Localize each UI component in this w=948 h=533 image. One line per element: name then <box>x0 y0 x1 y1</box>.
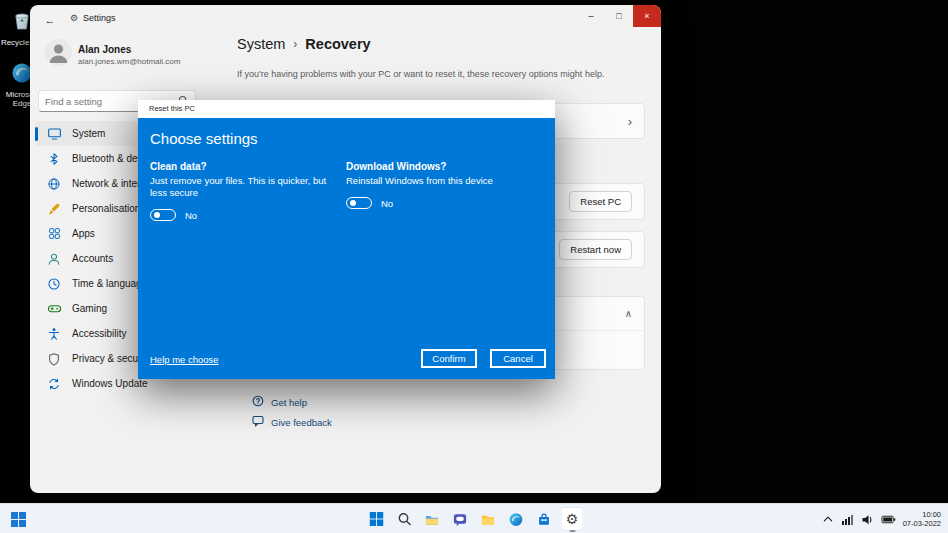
chevron-right-icon: › <box>628 114 632 129</box>
dialog-title: Reset this PC <box>138 100 555 118</box>
minimize-button[interactable]: – <box>577 5 605 27</box>
shield-icon <box>46 351 62 367</box>
window-title: ⚙ Settings <box>70 13 116 23</box>
clean-data-option: Clean data? Just remove your files. This… <box>150 161 333 221</box>
edge-icon <box>509 512 524 527</box>
get-help-link[interactable]: Get help <box>252 393 307 411</box>
give-feedback-label: Give feedback <box>271 417 332 428</box>
reset-pc-button[interactable]: Reset PC <box>569 191 632 212</box>
desktop: Recycle Bin Microsoft Edge ← ⚙ Settings … <box>0 0 948 533</box>
sidebar-item-label: Accounts <box>72 253 113 264</box>
cancel-button[interactable]: Cancel <box>490 349 546 368</box>
search-icon <box>397 512 411 526</box>
sidebar-item-label: Accessibility <box>72 328 126 339</box>
volume-icon[interactable] <box>861 513 874 526</box>
option-description: Just remove your files. This is quicker,… <box>150 175 333 199</box>
confirm-button[interactable]: Confirm <box>421 349 477 368</box>
start-button[interactable] <box>365 507 388 531</box>
gamepad-icon <box>46 301 62 317</box>
back-button[interactable]: ← <box>38 9 62 31</box>
gear-icon: ⚙ <box>566 511 579 527</box>
reset-pc-dialog: Reset this PC Choose settings Clean data… <box>138 100 555 379</box>
windows-logo-icon <box>369 512 383 526</box>
bluetooth-icon <box>46 151 62 167</box>
taskbar-center-icons: ⚙ <box>365 507 584 531</box>
tray-date: 07-03-2022 <box>903 519 941 528</box>
get-help-label: Get help <box>271 397 307 408</box>
chat-bubble-icon <box>453 512 468 527</box>
chevron-up-icon: ∧ <box>625 308 632 319</box>
option-title: Clean data? <box>150 161 333 172</box>
store-bag-icon <box>537 512 552 527</box>
avatar[interactable] <box>45 39 72 66</box>
update-arrows-icon <box>46 376 62 392</box>
user-email: alan.jones.wm@hotmail.com <box>78 57 180 66</box>
network-signal-icon[interactable] <box>841 513 854 526</box>
system-tray: 10:00 07-03-2022 <box>822 504 943 533</box>
settings-app-button[interactable]: ⚙ <box>561 507 584 531</box>
taskbar-search-button[interactable] <box>393 507 416 531</box>
option-title: Download Windows? <box>346 161 541 172</box>
apps-grid-icon <box>46 226 62 242</box>
sidebar-item-label: System <box>72 128 105 139</box>
clean-data-toggle[interactable] <box>150 209 176 221</box>
brush-icon <box>46 201 62 217</box>
store-button[interactable] <box>533 507 556 531</box>
restart-now-button[interactable]: Restart now <box>559 239 632 260</box>
dialog-body: Choose settings Clean data? Just remove … <box>138 118 555 379</box>
edge-browser-button[interactable] <box>505 507 528 531</box>
sidebar-item-label: Apps <box>72 228 95 239</box>
taskbar: ⚙ <box>0 503 948 533</box>
help-me-choose-link[interactable]: Help me choose <box>150 354 219 365</box>
system-icon <box>46 126 62 142</box>
toggle-knob <box>154 212 160 218</box>
feedback-bubble-icon <box>252 413 264 431</box>
folder-icon <box>481 512 496 527</box>
sidebar-item-label: Gaming <box>72 303 107 314</box>
globe-icon <box>46 176 62 192</box>
window-caption-buttons: – □ × <box>577 5 661 27</box>
breadcrumb-separator-icon: › <box>293 37 297 51</box>
person-icon <box>46 251 62 267</box>
download-windows-option: Download Windows? Reinstall Windows from… <box>346 161 541 221</box>
file-explorer-icon <box>425 512 440 527</box>
sidebar-item-label: Personalisation <box>72 203 140 214</box>
dialog-heading: Choose settings <box>150 130 258 147</box>
clock-icon <box>46 276 62 292</box>
download-windows-toggle[interactable] <box>346 197 372 209</box>
windows-logo-icon <box>11 512 26 527</box>
breadcrumb: System › Recovery <box>237 36 371 52</box>
page-subtitle: If you're having problems with your PC o… <box>237 69 649 79</box>
toggle-state-label: No <box>185 210 197 221</box>
settings-app-icon: ⚙ <box>70 13 78 23</box>
toggle-state-label: No <box>381 198 393 209</box>
sidebar-item-label: Windows Update <box>72 378 148 389</box>
tray-clock[interactable]: 10:00 07-03-2022 <box>903 510 943 528</box>
toggle-knob <box>350 200 356 206</box>
maximize-button[interactable]: □ <box>605 5 633 27</box>
folder-button[interactable] <box>477 507 500 531</box>
give-feedback-link[interactable]: Give feedback <box>252 413 332 431</box>
start-button-left[interactable] <box>9 510 27 528</box>
sidebar-item-label: Time & language <box>72 278 147 289</box>
breadcrumb-root[interactable]: System <box>237 36 285 52</box>
chat-button[interactable] <box>449 507 472 531</box>
help-circle-icon <box>252 393 264 411</box>
page-title: Recovery <box>305 36 370 52</box>
user-name: Alan Jones <box>78 44 131 55</box>
accessibility-icon <box>46 326 62 342</box>
battery-icon[interactable] <box>881 513 896 526</box>
file-explorer-button[interactable] <box>421 507 444 531</box>
close-button[interactable]: × <box>633 5 661 27</box>
tray-time: 10:00 <box>903 510 941 519</box>
tray-chevron-up-icon[interactable] <box>822 513 834 525</box>
option-description: Reinstall Windows from this device <box>346 175 541 187</box>
